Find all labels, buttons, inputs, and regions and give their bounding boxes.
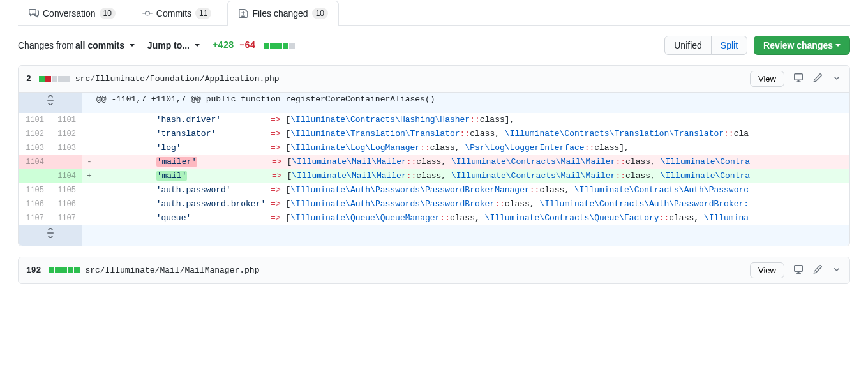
diffstat-blocks — [49, 267, 80, 273]
diff-sign — [82, 211, 96, 225]
diff-table: @@ -1101,7 +1101,7 @@ public function re… — [19, 93, 849, 246]
chevron-down-icon[interactable] — [832, 73, 842, 85]
hunk-header: @@ -1101,7 +1101,7 @@ public function re… — [96, 93, 849, 113]
code-content: 'auth.password' => [\Illuminate\Auth\Pas… — [96, 183, 849, 197]
device-desktop-icon[interactable] — [793, 264, 804, 276]
diff-sign — [82, 183, 96, 197]
diff-toolbar: Changes from all commits Jump to... +428… — [10, 36, 858, 65]
change-count: 192 — [26, 266, 41, 275]
line-number-new[interactable]: 1103 — [50, 141, 82, 155]
diff-sign — [82, 127, 96, 141]
tab-commits[interactable]: Commits 11 — [131, 1, 223, 26]
file-header: 2 src/Illuminate/Foundation/Application.… — [19, 66, 849, 93]
diff-sign — [82, 113, 96, 127]
line-number-new[interactable] — [50, 155, 82, 169]
tab-files-changed[interactable]: Files changed 10 — [227, 1, 339, 26]
expand-lines-button[interactable] — [19, 93, 82, 113]
change-count: 2 — [26, 74, 31, 84]
diff-sign — [82, 197, 96, 211]
diff-line[interactable]: 11051105 'auth.password' => [\Illuminate… — [19, 183, 849, 197]
diff-line[interactable]: 11061106 'auth.password.broker' => [\Ill… — [19, 197, 849, 211]
line-number-old[interactable]: 1105 — [19, 183, 50, 197]
diffstat: +428 −64 — [213, 40, 295, 50]
diff-line[interactable]: 1104+ 'mail' => [\Illuminate\Mail\Mailer… — [19, 169, 849, 183]
counter: 11 — [195, 8, 211, 19]
diffstat-blocks — [264, 43, 295, 49]
line-number-old[interactable] — [19, 169, 50, 183]
line-number-new[interactable]: 1102 — [50, 127, 82, 141]
changes-scope: all commits — [75, 40, 124, 50]
code-content: 'mailer' => [\Illuminate\Mail\Mailer::cl… — [96, 155, 849, 169]
line-number-old[interactable]: 1107 — [19, 211, 50, 225]
code-content: 'auth.password.broker' => [\Illuminate\A… — [96, 197, 849, 211]
line-number-old[interactable]: 1106 — [19, 197, 50, 211]
additions-count: +428 — [213, 40, 234, 50]
code-content: 'queue' => [\Illuminate\Queue\QueueManag… — [96, 211, 849, 225]
tab-conversation[interactable]: Conversation 10 — [18, 1, 126, 26]
jump-to-dropdown[interactable]: Jump to... — [147, 40, 200, 50]
chevron-down-icon — [195, 44, 200, 47]
view-file-button[interactable]: View — [750, 71, 784, 87]
comment-discussion-icon — [29, 8, 39, 19]
changes-from-dropdown[interactable]: Changes from all commits — [18, 40, 135, 50]
file-header: 192 src/Illuminate/Mail/MailManager.php … — [19, 257, 849, 283]
line-number-new[interactable]: 1107 — [50, 211, 82, 225]
git-commit-icon — [142, 8, 153, 19]
code-content: 'mail' => [\Illuminate\Mail\Mailer::clas… — [96, 169, 849, 183]
tab-label: Conversation — [43, 8, 96, 19]
diff-sign: + — [82, 169, 96, 183]
pencil-icon[interactable] — [812, 73, 823, 85]
line-number-new[interactable]: 1106 — [50, 197, 82, 211]
diff-line[interactable]: 11011101 'hash.driver' => [\Illuminate\C… — [19, 113, 849, 127]
diff-layout-toggle: Unified Split — [664, 36, 747, 55]
diff-line[interactable]: 1104- 'mailer' => [\Illuminate\Mail\Mail… — [19, 155, 849, 169]
deletions-count: −64 — [239, 40, 255, 50]
counter: 10 — [100, 8, 116, 19]
jumpto-label: Jump to... — [147, 40, 190, 50]
line-number-old[interactable]: 1102 — [19, 127, 50, 141]
expand-lines-button[interactable] — [19, 225, 82, 246]
split-button[interactable]: Split — [711, 36, 747, 55]
diff-line[interactable]: 11071107 'queue' => [\Illuminate\Queue\Q… — [19, 211, 849, 225]
tab-label: Commits — [156, 8, 191, 19]
view-file-button[interactable]: View — [750, 262, 784, 278]
code-content: 'log' => [\Illuminate\Log\LogManager::cl… — [96, 141, 849, 155]
chevron-down-icon — [835, 44, 841, 47]
pencil-icon[interactable] — [812, 264, 823, 276]
tab-label: Files changed — [252, 8, 308, 19]
line-number-new[interactable]: 1104 — [50, 169, 82, 183]
file-diff-icon — [238, 8, 248, 19]
pr-tabnav: Conversation 10 Commits 11 Files changed… — [18, 0, 850, 26]
code-content: 'hash.driver' => [\Illuminate\Contracts\… — [96, 113, 849, 127]
diff-line[interactable]: 11021102 'translator' => [\Illuminate\Tr… — [19, 127, 849, 141]
line-number-new[interactable]: 1105 — [50, 183, 82, 197]
review-label: Review changes — [763, 40, 833, 50]
diff-sign — [82, 141, 96, 155]
changes-prefix: Changes from — [18, 40, 74, 50]
file-diff: 2 src/Illuminate/Foundation/Application.… — [18, 65, 850, 246]
code-content: 'translator' => [\Illuminate\Translation… — [96, 127, 849, 141]
diff-sign: - — [82, 155, 96, 169]
file-path[interactable]: src/Illuminate/Foundation/Application.ph… — [75, 74, 280, 84]
chevron-down-icon[interactable] — [832, 264, 842, 276]
review-changes-button[interactable]: Review changes — [754, 36, 850, 55]
line-number-old[interactable]: 1104 — [19, 155, 50, 169]
unified-button[interactable]: Unified — [664, 36, 712, 55]
counter: 10 — [312, 8, 328, 19]
line-number-old[interactable]: 1103 — [19, 141, 50, 155]
device-desktop-icon[interactable] — [793, 73, 804, 85]
chevron-down-icon — [130, 44, 135, 47]
diff-line[interactable]: 11031103 'log' => [\Illuminate\Log\LogMa… — [19, 141, 849, 155]
file-path[interactable]: src/Illuminate/Mail/MailManager.php — [85, 266, 259, 275]
file-diff: 192 src/Illuminate/Mail/MailManager.php … — [18, 257, 850, 284]
line-number-old[interactable]: 1101 — [19, 113, 50, 127]
diffstat-blocks — [39, 76, 70, 82]
line-number-new[interactable]: 1101 — [50, 113, 82, 127]
